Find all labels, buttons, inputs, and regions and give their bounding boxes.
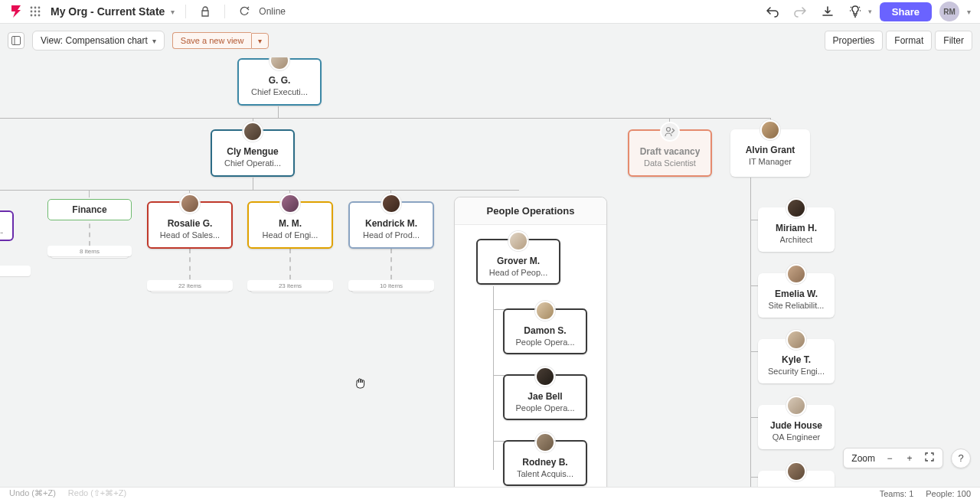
- teams-count: Teams: 1: [880, 489, 914, 498]
- svg-point-5: [38, 11, 41, 13]
- connector: [0, 190, 519, 191]
- save-view-button[interactable]: Save a new view: [172, 32, 252, 49]
- avatar: [280, 194, 300, 214]
- person-name: Emelia W.: [775, 289, 818, 299]
- group-people-operations[interactable]: People Operations Grover M. Head of Peop…: [454, 197, 607, 487]
- user-avatar[interactable]: RM: [939, 2, 959, 21]
- avatar: [760, 120, 780, 140]
- sidebar-toggle-icon[interactable]: [8, 32, 24, 49]
- zoom-controls: Zoom − + ?: [843, 448, 971, 468]
- org-card-kendrick[interactable]: Kendrick M. Head of Prod...: [348, 201, 434, 249]
- zoom-in-button[interactable]: +: [904, 453, 915, 464]
- items-count[interactable]: 8 items: [47, 246, 132, 256]
- org-card-kyle[interactable]: Kyle T. Security Engi...: [758, 339, 835, 383]
- person-role: Talent Acquis...: [517, 469, 573, 478]
- svg-point-3: [31, 11, 33, 13]
- org-card-coo[interactable]: Cly Mengue Chief Operati...: [211, 129, 295, 177]
- avatar: [786, 198, 806, 218]
- svg-point-8: [38, 15, 41, 17]
- svg-point-0: [31, 7, 33, 9]
- person-role: QA Engineer: [773, 432, 820, 442]
- connector: [750, 178, 751, 487]
- avatar: [381, 194, 401, 214]
- filter-button[interactable]: Filter: [935, 31, 972, 51]
- format-button[interactable]: Format: [886, 31, 932, 51]
- online-status: Online: [259, 6, 286, 17]
- apps-icon[interactable]: [29, 5, 41, 18]
- org-chart-canvas[interactable]: G. G. Chief Executi... Cly Mengue Chief …: [0, 57, 980, 487]
- help-button[interactable]: ?: [951, 448, 971, 468]
- person-role: IT Manager: [749, 157, 792, 166]
- view-selector[interactable]: View: Compensation chart ▾: [32, 31, 165, 51]
- person-role: Head of Prod...: [363, 230, 420, 240]
- org-card-miriam[interactable]: Miriam H. Architect: [758, 207, 835, 252]
- sync-icon[interactable]: [236, 3, 253, 20]
- org-card-emelia[interactable]: Emelia W. Site Reliabilit...: [758, 273, 835, 318]
- person-name: G. G.: [269, 75, 291, 86]
- group-finance[interactable]: Finance: [47, 199, 132, 220]
- svg-point-6: [31, 15, 33, 17]
- svg-point-2: [38, 7, 41, 9]
- org-card-partial-bottom[interactable]: [758, 471, 835, 487]
- share-button[interactable]: Share: [880, 2, 932, 21]
- title-dropdown-icon[interactable]: ▾: [171, 8, 175, 16]
- people-count: People: 100: [926, 489, 971, 498]
- person-name: Rodney B.: [522, 457, 567, 468]
- org-card-ceo[interactable]: G. G. Chief Executi...: [237, 58, 322, 106]
- items-count[interactable]: 23 items: [247, 280, 333, 291]
- zoom-pill: Zoom − +: [843, 448, 943, 468]
- avatar: [243, 122, 263, 142]
- zoom-label: Zoom: [851, 453, 875, 464]
- connector: [390, 249, 392, 279]
- properties-button[interactable]: Properties: [825, 31, 884, 51]
- redo-icon[interactable]: [790, 3, 810, 20]
- lock-icon[interactable]: [197, 3, 214, 20]
- person-role: Security Engi...: [768, 367, 825, 376]
- org-card-partial[interactable]: E. st...: [0, 210, 14, 241]
- org-card-jae[interactable]: Jae Bell People Opera...: [503, 374, 587, 420]
- person-name: Alvin Grant: [746, 145, 795, 155]
- zoom-fit-icon[interactable]: [924, 452, 935, 464]
- org-card-vacancy[interactable]: Draft vacancy Data Scientist: [628, 129, 712, 177]
- org-card-mm[interactable]: M. M. Head of Engi...: [247, 201, 333, 249]
- app-header: My Org - Current State ▾ Online ▾ Share …: [0, 0, 980, 24]
- user-menu-dropdown-icon[interactable]: ▾: [967, 8, 971, 16]
- status-bar: Undo (⌘+Z) Redo (⇧+⌘+Z) Teams: 1 People:…: [0, 487, 980, 499]
- connector: [189, 249, 191, 279]
- undo-icon[interactable]: [763, 3, 782, 20]
- person-role: Head of Sales...: [160, 230, 220, 240]
- person-role: Chief Executi...: [251, 87, 308, 96]
- svg-rect-9: [12, 37, 21, 45]
- avatar: [535, 432, 555, 452]
- org-card-damon[interactable]: Damon S. People Opera...: [503, 308, 587, 354]
- org-card-jude[interactable]: Jude House QA Engineer: [758, 405, 835, 449]
- connector: [0, 118, 771, 119]
- org-card-rosalie[interactable]: Rosalie G. Head of Sales...: [147, 201, 233, 249]
- insights-icon[interactable]: [845, 3, 865, 20]
- app-logo[interactable]: [9, 5, 23, 18]
- separator: [224, 5, 225, 18]
- zoom-out-button[interactable]: −: [884, 453, 895, 464]
- grab-cursor-icon: [354, 377, 368, 390]
- items-count[interactable]: 10 items: [348, 280, 434, 291]
- person-role: Site Reliabilit...: [769, 301, 825, 310]
- svg-point-4: [34, 11, 37, 13]
- connector: [278, 106, 279, 118]
- undo-hint: Undo (⌘+Z): [9, 488, 56, 498]
- org-card-grover[interactable]: Grover M. Head of Peop...: [476, 239, 560, 285]
- person-name: Draft vacancy: [640, 146, 701, 157]
- save-view-dropdown[interactable]: ▾: [251, 33, 269, 49]
- avatar: [786, 396, 806, 416]
- avatar: [180, 194, 200, 214]
- org-card-alvin[interactable]: Alvin Grant IT Manager: [730, 129, 810, 177]
- person-name: Jude House: [770, 420, 822, 431]
- group-body: Grover M. Head of Peop... Damon S. Peopl…: [455, 225, 606, 487]
- download-icon[interactable]: [818, 3, 838, 20]
- document-title[interactable]: My Org - Current State: [51, 5, 165, 18]
- person-name: E.: [0, 217, 6, 227]
- connector: [493, 286, 494, 470]
- items-count[interactable]: 22 items: [147, 280, 233, 291]
- items-plate[interactable]: [0, 266, 31, 276]
- insights-dropdown-icon[interactable]: ▾: [868, 8, 872, 15]
- org-card-rodney[interactable]: Rodney B. Talent Acquis...: [503, 440, 587, 486]
